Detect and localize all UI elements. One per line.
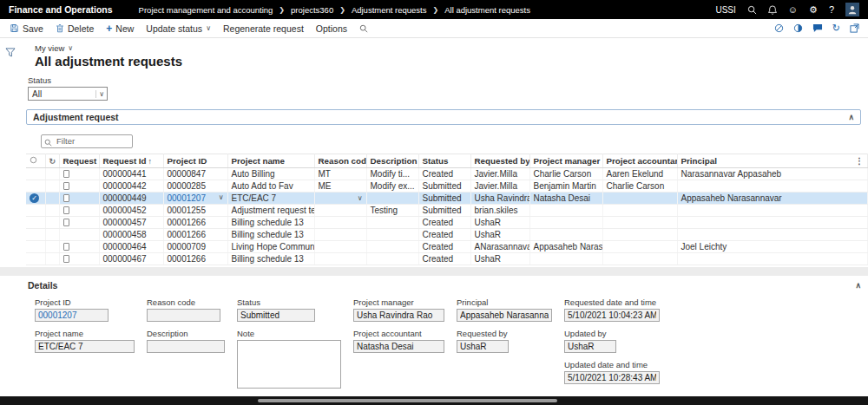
breadcrumb-item[interactable]: Project management and accounting bbox=[139, 5, 273, 15]
cell-principal[interactable] bbox=[677, 252, 868, 265]
cell-requested-by[interactable]: UshaR bbox=[470, 252, 529, 265]
cell-reason-code[interactable]: MT bbox=[314, 167, 366, 180]
cell-project-name[interactable]: Auto Billing bbox=[227, 167, 314, 180]
cell-project-name[interactable]: Billing schedule 13 bbox=[227, 216, 314, 228]
cell-principal[interactable]: Joel Leichty bbox=[677, 240, 868, 252]
cell-project-id[interactable]: 00000709 bbox=[163, 240, 227, 252]
regenerate-request-button[interactable]: Regenerate request bbox=[217, 19, 310, 37]
cell-status[interactable]: Created bbox=[418, 216, 470, 228]
feedback-smiley-icon[interactable]: ☺ bbox=[788, 5, 798, 15]
cell-request[interactable] bbox=[59, 192, 99, 204]
cell-select[interactable] bbox=[26, 228, 45, 240]
column-header-request[interactable]: Request bbox=[59, 154, 99, 167]
column-header-principal[interactable]: Principal⋮ bbox=[677, 154, 868, 167]
note-field[interactable] bbox=[237, 340, 341, 389]
cell-project-accountant[interactable] bbox=[602, 216, 677, 228]
cell-status[interactable]: Submitted bbox=[418, 204, 470, 216]
collapse-chevron-icon[interactable]: ∧ bbox=[855, 281, 861, 290]
cell-project-manager[interactable]: Natasha Desai bbox=[529, 192, 602, 204]
cell-project-accountant[interactable] bbox=[602, 192, 677, 204]
cell-request-id[interactable]: 000000441 bbox=[99, 167, 163, 180]
updated-by-field[interactable] bbox=[564, 340, 616, 353]
popout-icon[interactable] bbox=[850, 23, 859, 33]
cell-requested-by[interactable]: UshaR bbox=[470, 216, 529, 228]
cell-project-accountant[interactable]: Charlie Carson bbox=[602, 180, 677, 192]
cell-reason-code[interactable]: ∨ bbox=[314, 192, 366, 204]
cell-requested-by[interactable]: Javier.Milla bbox=[470, 180, 529, 192]
cell-sync[interactable] bbox=[45, 204, 59, 216]
breadcrumb-item[interactable]: projects360 bbox=[291, 5, 333, 15]
cell-request-id[interactable]: 000000452 bbox=[99, 204, 163, 216]
principal-field[interactable] bbox=[457, 309, 552, 322]
updated-datetime-field[interactable] bbox=[564, 371, 660, 384]
table-row[interactable]: 00000045700001266Billing schedule 13Crea… bbox=[26, 216, 868, 228]
cell-description[interactable] bbox=[366, 228, 418, 240]
cell-project-accountant[interactable] bbox=[602, 252, 677, 265]
cell-requested-by[interactable]: Javier.Milla bbox=[470, 167, 529, 180]
cell-sync[interactable] bbox=[45, 167, 59, 180]
adjustment-request-section-header[interactable]: Adjustment request ∧ bbox=[26, 109, 861, 125]
cell-principal[interactable] bbox=[677, 216, 868, 228]
cell-status[interactable]: Created bbox=[418, 240, 470, 252]
cell-status[interactable]: Created bbox=[418, 252, 470, 265]
cell-sync[interactable] bbox=[45, 180, 59, 192]
project-accountant-field[interactable] bbox=[353, 340, 444, 353]
cell-request[interactable] bbox=[59, 167, 99, 180]
cell-description[interactable] bbox=[366, 216, 418, 228]
cell-request-id[interactable]: 000000449 bbox=[99, 192, 163, 204]
slashed-circle-icon[interactable] bbox=[774, 23, 784, 33]
cell-project-id[interactable]: 00001266 bbox=[163, 252, 227, 265]
cell-project-manager[interactable]: Charlie Carson bbox=[529, 167, 602, 180]
cell-reason-code[interactable] bbox=[314, 204, 366, 216]
help-icon[interactable]: ? bbox=[829, 5, 834, 15]
table-row[interactable]: ✓00000044900001207∨ETC/EAC 7∨SubmittedUs… bbox=[26, 192, 868, 204]
chevron-down-icon[interactable]: ∨ bbox=[219, 193, 224, 201]
cell-description[interactable]: Modify ti... bbox=[366, 167, 418, 180]
breadcrumb-item[interactable]: All adjustment requests bbox=[444, 5, 530, 15]
cell-status[interactable]: Submitted bbox=[418, 180, 470, 192]
alerts-bell-icon[interactable] bbox=[768, 5, 777, 15]
cell-sync[interactable] bbox=[45, 192, 59, 204]
cell-project-id[interactable]: 00001266 bbox=[163, 216, 227, 228]
cell-request-id[interactable]: 000000467 bbox=[99, 252, 163, 265]
table-row[interactable]: 00000046700001266Billing schedule 13Crea… bbox=[26, 252, 868, 265]
command-search-icon[interactable] bbox=[353, 19, 374, 37]
user-avatar[interactable] bbox=[845, 3, 859, 16]
cell-status[interactable]: Created bbox=[418, 228, 470, 240]
cell-project-manager[interactable] bbox=[529, 252, 602, 265]
table-row[interactable]: 00000044100000847Auto BillingMTModify ti… bbox=[26, 167, 868, 180]
cell-project-id[interactable]: 00001207∨ bbox=[163, 192, 227, 204]
cell-project-accountant[interactable] bbox=[602, 228, 677, 240]
update-status-button[interactable]: Update status ∨ bbox=[140, 19, 217, 37]
cell-select[interactable] bbox=[26, 240, 45, 252]
status-filter-select[interactable]: All ∨ bbox=[28, 87, 108, 101]
chevron-down-icon[interactable]: ∨ bbox=[358, 194, 363, 202]
column-header-request-id[interactable]: Request Id↑ bbox=[99, 154, 163, 167]
cell-request-id[interactable]: 000000458 bbox=[99, 228, 163, 240]
cell-project-name[interactable]: Adjustment request test bbox=[227, 204, 314, 216]
new-button[interactable]: + New bbox=[100, 19, 140, 37]
cell-description[interactable]: Testing bbox=[366, 204, 418, 216]
cell-reason-code[interactable] bbox=[314, 228, 366, 240]
cell-project-accountant[interactable] bbox=[602, 204, 677, 216]
cell-description[interactable] bbox=[366, 192, 418, 204]
cell-sync[interactable] bbox=[45, 228, 59, 240]
cell-project-name[interactable]: Billing schedule 13 bbox=[227, 252, 314, 265]
document-icon[interactable] bbox=[63, 219, 69, 226]
cell-project-name[interactable]: ETC/EAC 7 bbox=[227, 192, 314, 204]
cell-project-manager[interactable]: Benjamin Martin bbox=[529, 180, 602, 192]
document-icon[interactable] bbox=[63, 170, 69, 178]
table-row[interactable]: 00000045800001266Billing schedule 13Crea… bbox=[26, 228, 868, 240]
cell-requested-by[interactable]: Usha Ravindra Rao bbox=[470, 192, 529, 204]
table-row[interactable]: 00000044200000285Auto Add to FavMEModify… bbox=[26, 180, 868, 192]
document-icon[interactable] bbox=[63, 243, 69, 251]
company-picker[interactable]: USSI bbox=[715, 5, 735, 15]
column-header-status[interactable]: Status bbox=[418, 154, 470, 167]
cell-sync[interactable] bbox=[45, 240, 59, 252]
table-row[interactable]: 00000046400000709Living Hope Communit...… bbox=[26, 240, 868, 252]
cell-select[interactable] bbox=[26, 252, 45, 265]
project-manager-field[interactable] bbox=[353, 309, 444, 322]
contrast-icon[interactable] bbox=[793, 23, 803, 33]
collapse-chevron-icon[interactable]: ∧ bbox=[848, 113, 854, 121]
cell-requested-by[interactable]: UshaR bbox=[470, 228, 529, 240]
